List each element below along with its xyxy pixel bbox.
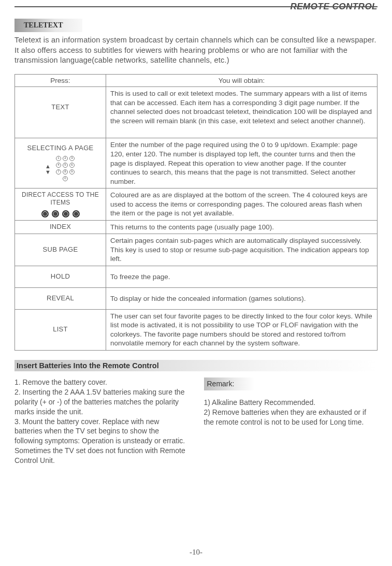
select-page-icons: ▲▼ 123 456 789 0 bbox=[19, 156, 101, 182]
arrow-updown-icon: ▲▼ bbox=[45, 164, 51, 175]
row-index-desc: This returns to the contents page (usual… bbox=[106, 220, 378, 234]
remark-body: 1) Alkaline Battery Recommended. 2) Remo… bbox=[204, 398, 378, 427]
row-direct-label: DIRECT ACCESS TO THE ITEMS bbox=[19, 191, 101, 207]
row-subpage-desc: Certain pages contain sub-pages which ar… bbox=[106, 234, 378, 266]
row-index-label: INDEX bbox=[19, 223, 101, 231]
teletext-table: Press: You will obtain: TEXT This is use… bbox=[14, 74, 378, 351]
header-rule bbox=[14, 6, 378, 7]
row-text-desc: This is used to call or exit teletext mo… bbox=[106, 87, 378, 138]
row-subpage-label: SUB PAGE bbox=[19, 245, 101, 254]
row-hold-label: HOLD bbox=[19, 272, 101, 281]
page-number: -10- bbox=[190, 548, 202, 557]
row-select-desc: Enter the number of the page required us… bbox=[106, 138, 378, 188]
battery-heading: Insert Batteries Into the Remote Control bbox=[14, 360, 378, 371]
teletext-intro: Teletext is an information system broadc… bbox=[14, 35, 378, 66]
row-direct-desc: Coloured are as are displayed at the bot… bbox=[106, 188, 378, 221]
row-list-desc: The user can set four favorite pages to … bbox=[106, 309, 378, 350]
row-hold-desc: To freeze the page. bbox=[106, 266, 378, 287]
row-select-label: SELECTING A PAGE bbox=[19, 144, 101, 153]
battery-steps: 1. Remove the battery cover. 2. Insertin… bbox=[14, 378, 188, 466]
th-press: Press: bbox=[15, 74, 106, 87]
row-list-label: LIST bbox=[19, 325, 101, 334]
th-obtain: You will obtain: bbox=[106, 74, 378, 87]
row-reveal-label: REVEAL bbox=[19, 294, 101, 303]
color-keys-icon bbox=[19, 210, 101, 217]
keypad-icon: 123 456 789 0 bbox=[56, 156, 76, 182]
remark-tag: Remark: bbox=[204, 378, 255, 390]
section-tag-teletext: TELETEXT bbox=[14, 19, 82, 32]
row-reveal-desc: To display or hide the concealed informa… bbox=[106, 287, 378, 309]
row-text-label: TEXT bbox=[19, 103, 101, 112]
